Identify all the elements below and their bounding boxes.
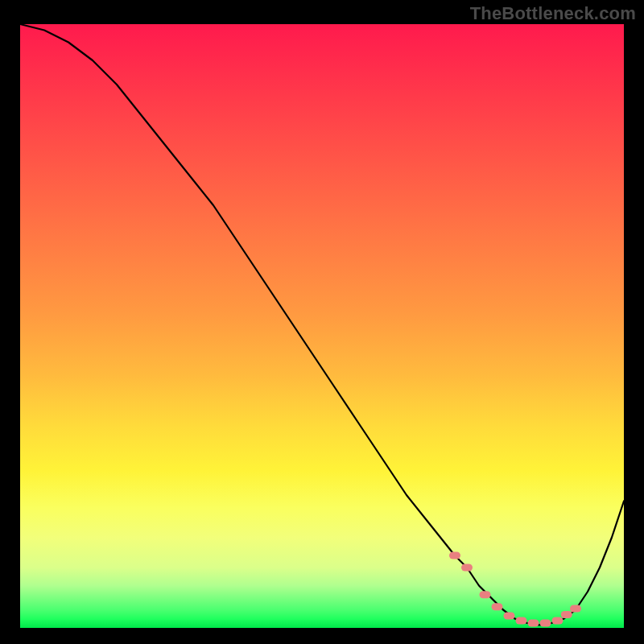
bottleneck-curve	[20, 24, 624, 625]
sweet-spot-marker	[449, 552, 460, 559]
curve-svg	[20, 24, 624, 628]
sweet-spot-marker	[504, 613, 515, 620]
sweet-spot-marker	[461, 564, 473, 572]
sweet-spot-marker	[480, 591, 491, 598]
sweet-spot-marker	[570, 605, 581, 613]
sweet-spot-marker	[540, 620, 551, 627]
plot-area	[20, 24, 624, 628]
sweet-spot-marker	[552, 617, 564, 625]
sweet-spot-marker	[561, 611, 572, 618]
sweet-spot-marker	[492, 603, 503, 610]
sweet-spot-markers	[449, 552, 581, 627]
chart-frame: TheBottleneck.com	[0, 0, 644, 644]
sweet-spot-marker	[516, 617, 527, 625]
sweet-spot-marker	[528, 620, 539, 627]
watermark-text: TheBottleneck.com	[470, 3, 636, 24]
